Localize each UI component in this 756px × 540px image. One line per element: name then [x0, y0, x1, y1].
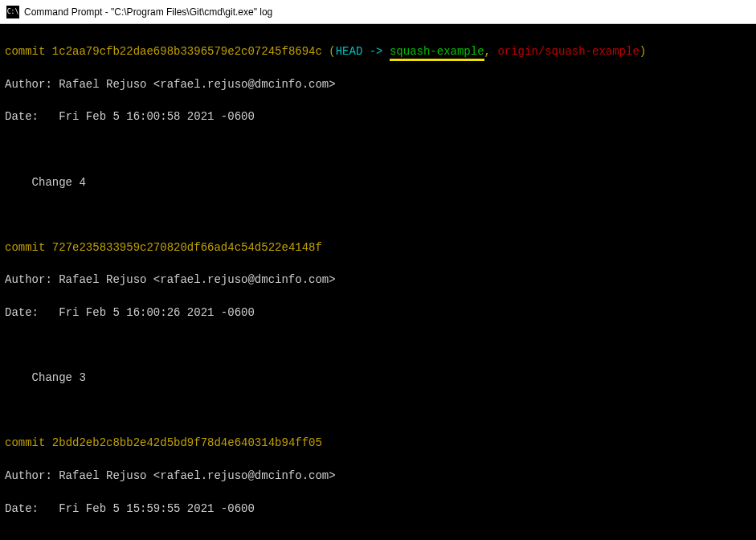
author-line: Author: Rafael Rejuso <rafael.rejuso@dmc…	[5, 76, 751, 92]
date-line: Date: Fri Feb 5 16:00:26 2021 -0600	[5, 305, 751, 321]
author-line: Author: Rafael Rejuso <rafael.rejuso@dmc…	[5, 272, 751, 288]
date-line: Date: Fri Feb 5 16:00:58 2021 -0600	[5, 108, 751, 125]
titlebar[interactable]: C:\ Command Prompt - "C:\Program Files\G…	[0, 0, 756, 24]
terminal-output[interactable]: commit 1c2aa79cfb22dae698b3396579e2c0724…	[0, 24, 756, 540]
command-prompt-window: C:\ Command Prompt - "C:\Program Files\G…	[0, 0, 756, 540]
commit-line: commit 2bdd2eb2c8bb2e42d5bd9f78d4e640314…	[5, 435, 751, 451]
cmd-icon: C:\	[6, 6, 19, 18]
commit-message: Change 4	[5, 174, 751, 190]
window-title: Command Prompt - "C:\Program Files\Git\c…	[24, 6, 272, 18]
commit-message: Change 3	[5, 370, 751, 386]
date-line: Date: Fri Feb 5 15:59:55 2021 -0600	[5, 501, 751, 517]
author-line: Author: Rafael Rejuso <rafael.rejuso@dmc…	[5, 468, 751, 484]
commit-line: commit 1c2aa79cfb22dae698b3396579e2c0724…	[5, 43, 751, 59]
commit-line: commit 727e235833959c270820df66ad4c54d52…	[5, 239, 751, 256]
